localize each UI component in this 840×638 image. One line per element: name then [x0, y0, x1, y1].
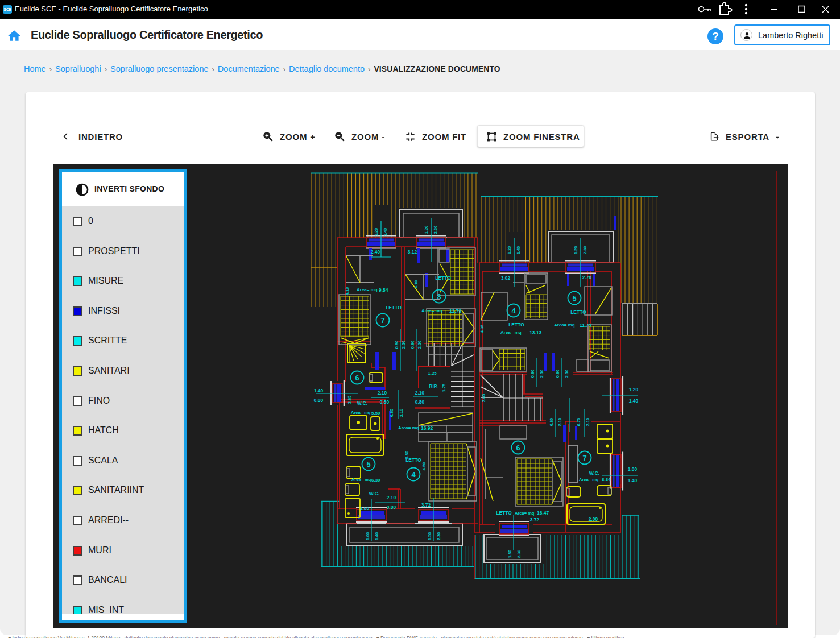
svg-text:1.25: 1.25: [428, 371, 437, 376]
svg-text:3.72: 3.72: [530, 517, 540, 523]
svg-text:0.80: 0.80: [389, 409, 394, 417]
svg-text:4: 4: [511, 306, 516, 315]
svg-text:1.20: 1.20: [374, 228, 379, 237]
svg-text:5.50: 5.50: [371, 411, 380, 416]
svg-text:Area= mq: Area= mq: [351, 410, 371, 415]
svg-text:6: 6: [355, 374, 359, 382]
svg-text:0.80: 0.80: [555, 370, 560, 378]
svg-text:16.47: 16.47: [537, 510, 549, 516]
svg-text:Area= mq: Area= mq: [515, 511, 535, 516]
svg-text:1.50: 1.50: [427, 532, 432, 541]
svg-text:RIP.: RIP.: [429, 383, 437, 389]
svg-text:LETTO: LETTO: [508, 322, 524, 328]
svg-text:1.50: 1.50: [507, 550, 512, 558]
svg-text:Area= mq: Area= mq: [500, 330, 522, 335]
svg-text:2.10: 2.10: [401, 341, 406, 349]
svg-text:1.40: 1.40: [516, 246, 521, 255]
svg-text:2.70: 2.70: [582, 275, 592, 280]
svg-text:2.00: 2.00: [589, 516, 598, 522]
svg-text:3.12: 3.12: [408, 249, 417, 255]
svg-text:1.80: 1.80: [360, 506, 370, 511]
svg-text:0.80: 0.80: [387, 504, 396, 510]
svg-text:0.80: 0.80: [314, 397, 324, 403]
svg-text:W.C.: W.C.: [357, 400, 367, 406]
svg-text:2.65: 2.65: [481, 394, 486, 403]
svg-text:3.85: 3.85: [347, 396, 352, 404]
svg-text:Area= mq: Area= mq: [421, 308, 442, 313]
svg-text:LETTO: LETTO: [386, 305, 402, 310]
svg-text:Area= mq: Area= mq: [398, 425, 419, 430]
svg-text:3.02: 3.02: [501, 275, 511, 281]
svg-text:2.10: 2.10: [557, 418, 562, 426]
svg-text:1.00: 1.00: [365, 532, 370, 541]
svg-text:4.10: 4.10: [413, 280, 419, 289]
svg-text:13.13: 13.13: [529, 330, 542, 335]
svg-text:LETTO: LETTO: [570, 309, 586, 315]
svg-text:0.80: 0.80: [530, 370, 535, 378]
svg-text:1.20: 1.20: [507, 246, 512, 255]
svg-text:LETTO: LETTO: [496, 510, 512, 516]
svg-text:Area= mq: Area= mq: [357, 287, 378, 292]
svg-text:8: 8: [437, 292, 441, 301]
svg-text:2.30: 2.30: [433, 226, 438, 234]
svg-text:Area= mq: Area= mq: [351, 477, 371, 482]
svg-text:5: 5: [572, 294, 576, 303]
svg-text:11.74: 11.74: [580, 322, 591, 328]
svg-text:LETTO: LETTO: [435, 275, 451, 281]
svg-text:7: 7: [582, 454, 586, 462]
svg-text:2.10: 2.10: [415, 390, 425, 396]
svg-text:2.30: 2.30: [516, 550, 522, 558]
svg-text:2.10: 2.10: [539, 370, 544, 378]
svg-text:9.84: 9.84: [379, 287, 388, 293]
svg-text:0.80: 0.80: [549, 418, 554, 426]
svg-text:2.40: 2.40: [371, 249, 380, 255]
svg-text:1.40: 1.40: [628, 478, 638, 483]
svg-text:1.40: 1.40: [383, 228, 388, 237]
svg-text:0.70: 0.70: [576, 418, 581, 426]
svg-text:6.30: 6.30: [371, 478, 380, 483]
svg-text:Area= mq: Area= mq: [579, 477, 599, 482]
svg-text:1.20: 1.20: [573, 246, 578, 255]
svg-text:8.84: 8.84: [602, 477, 611, 482]
svg-text:1.75: 1.75: [441, 384, 446, 392]
svg-text:6: 6: [516, 444, 520, 452]
svg-text:2.30: 2.30: [582, 246, 587, 255]
svg-text:3.72: 3.72: [421, 502, 431, 508]
svg-text:1.20: 1.20: [424, 226, 429, 234]
svg-text:1.40: 1.40: [314, 388, 324, 393]
svg-text:4.50: 4.50: [421, 462, 427, 471]
svg-text:0.80: 0.80: [415, 399, 425, 405]
svg-text:1.00: 1.00: [628, 466, 638, 472]
svg-text:4: 4: [411, 470, 416, 479]
svg-text:W.C.: W.C.: [369, 491, 379, 496]
svg-text:2.10: 2.10: [378, 390, 387, 396]
svg-text:7: 7: [380, 316, 384, 325]
svg-text:2.10: 2.10: [387, 495, 396, 500]
svg-text:2.10: 2.10: [585, 418, 590, 426]
svg-text:2.30: 2.30: [436, 532, 441, 541]
svg-text:4.10: 4.10: [345, 287, 350, 296]
svg-text:16.92: 16.92: [421, 425, 433, 431]
svg-text:1.40: 1.40: [374, 532, 379, 541]
svg-text:W.C.: W.C.: [589, 470, 599, 476]
svg-text:12.79: 12.79: [449, 308, 462, 314]
svg-text:2.10: 2.10: [399, 409, 404, 417]
svg-text:1.40: 1.40: [629, 398, 639, 404]
svg-text:0.80: 0.80: [380, 399, 390, 405]
svg-text:Area= mq: Area= mq: [554, 322, 575, 328]
svg-text:3.50: 3.50: [404, 451, 409, 459]
svg-text:1.20: 1.20: [629, 387, 639, 392]
svg-text:2.10: 2.10: [564, 370, 569, 378]
svg-text:2.10: 2.10: [413, 341, 418, 349]
svg-text:4.35: 4.35: [479, 325, 485, 333]
svg-text:5: 5: [366, 460, 370, 469]
svg-text:0.80: 0.80: [394, 341, 399, 349]
